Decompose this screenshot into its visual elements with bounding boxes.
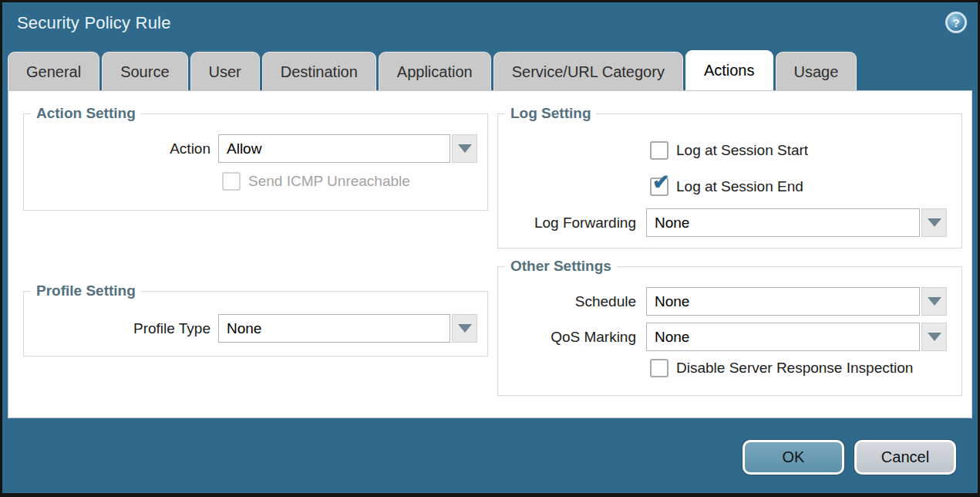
log-forwarding-dropdown-value: None [646,208,920,237]
chevron-down-icon [928,297,941,306]
tab-user[interactable]: User [190,52,260,90]
tab-actions[interactable]: Actions [685,50,773,90]
disable-server-response-inspection-label[interactable]: Disable Server Response Inspection [676,358,913,378]
other-settings-legend: Other Settings [505,258,617,275]
log-at-session-start-checkbox[interactable] [650,141,668,160]
log-at-session-end-checkbox[interactable] [650,178,668,196]
chevron-down-icon [458,324,472,333]
chevron-down-icon [458,144,472,153]
log-forwarding-label: Log Forwarding [505,208,636,237]
log-at-session-start-label[interactable]: Log at Session Start [676,140,808,161]
profile-setting-legend: Profile Setting [31,282,141,299]
tab-application[interactable]: Application [379,52,491,90]
action-dropdown-value: Allow [218,134,450,163]
action-dropdown-button[interactable] [452,134,477,163]
log-setting-legend: Log Setting [505,105,596,122]
tab-usage[interactable]: Usage [776,52,857,90]
tab-source[interactable]: Source [102,52,187,90]
log-at-session-end-label[interactable]: Log at Session End [676,177,803,197]
profile-type-dropdown[interactable]: None [218,314,477,343]
schedule-dropdown-button[interactable] [921,287,947,316]
tab-bar: General Source User Destination Applicat… [8,52,857,90]
profile-type-dropdown-value: None [218,314,450,343]
profile-type-dropdown-button[interactable] [452,314,477,343]
qos-marking-dropdown[interactable]: None [646,323,947,351]
help-glyph: ? [952,17,959,29]
schedule-dropdown[interactable]: None [646,287,947,316]
ok-button[interactable]: OK [743,440,844,475]
schedule-dropdown-value: None [646,287,920,316]
tab-service-url-category[interactable]: Service/URL Category [493,52,683,90]
disable-server-response-inspection-checkbox[interactable] [650,359,668,377]
chevron-down-icon [928,218,941,227]
schedule-label: Schedule [505,287,636,316]
profile-type-label: Profile Type [46,314,210,343]
tab-general[interactable]: General [8,52,99,90]
log-forwarding-dropdown[interactable]: None [646,208,947,237]
security-policy-rule-dialog: Security Policy Rule ? General Source Us… [0,0,980,497]
action-setting-legend: Action Setting [31,105,141,122]
dialog-title: Security Policy Rule [17,13,171,33]
qos-marking-dropdown-button[interactable] [921,323,947,351]
tab-destination[interactable]: Destination [262,52,376,90]
qos-marking-label: QoS Marking [505,323,636,351]
help-icon[interactable]: ? [945,12,967,33]
action-dropdown[interactable]: Allow [218,134,477,163]
cancel-button[interactable]: Cancel [854,440,956,475]
log-forwarding-dropdown-button[interactable] [921,208,947,237]
action-label: Action [46,134,210,163]
qos-marking-dropdown-value: None [646,323,920,351]
send-icmp-unreachable-label: Send ICMP Unreachable [248,171,410,191]
chevron-down-icon [928,333,941,341]
send-icmp-unreachable-checkbox [222,172,241,191]
